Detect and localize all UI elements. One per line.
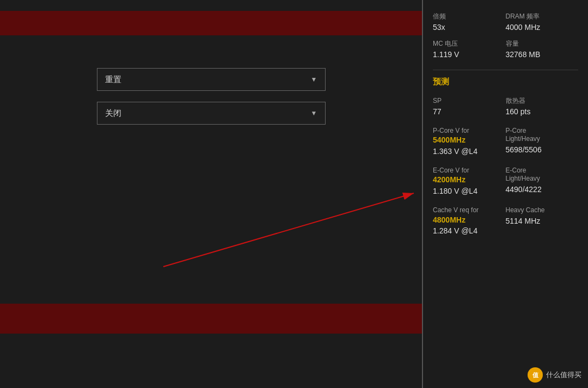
cache-v-cell: Cache V req for 4800MHz 1.284 V @L4 — [433, 204, 506, 241]
pcore-lh-cell: P-CoreLight/Heavy 5698/5506 — [506, 125, 579, 161]
dram-freq-cell: DRAM 频率 4000 MHz — [506, 10, 579, 37]
sp-value: 77 — [433, 107, 506, 116]
dram-freq-value: 4000 MHz — [506, 23, 579, 32]
cache-grid: Cache V req for 4800MHz 1.284 V @L4 Heav… — [433, 204, 578, 241]
reset-dropdown-label: 重置 — [105, 75, 121, 85]
cache-v-label: Cache V req for 4800MHz — [433, 206, 506, 225]
ecore-lh-value: 4490/4222 — [506, 185, 579, 194]
cache-v-value: 1.284 V @L4 — [433, 226, 506, 235]
dropdown-wrapper: 重置 ▼ 关闭 ▼ — [97, 68, 326, 125]
reset-dropdown[interactable]: 重置 ▼ — [97, 68, 326, 91]
pcore-v-label: P-Core V for 5400MHz — [433, 127, 506, 145]
pcore-v-freq: 5400MHz — [433, 136, 465, 144]
mc-voltage-label: MC 电压 — [433, 39, 506, 48]
basic-info-grid: 倍频 53x DRAM 频率 4000 MHz MC 电压 1.119 V 容量… — [433, 10, 578, 64]
section-divider — [433, 70, 578, 70]
svg-line-1 — [163, 193, 414, 267]
mc-voltage-value: 1.119 V — [433, 50, 506, 59]
left-panel: 重置 ▼ 关闭 ▼ — [0, 0, 422, 388]
cooler-label: 散热器 — [506, 97, 579, 106]
ecore-lh-cell: E-CoreLight/Heavy 4490/4222 — [506, 164, 579, 201]
sp-label: SP — [433, 97, 506, 106]
ecore-v-freq: 4200MHz — [433, 175, 465, 184]
cooler-cell: 散热器 160 pts — [506, 95, 579, 121]
multiplier-value: 53x — [433, 23, 506, 32]
multiplier-cell: 倍频 53x — [433, 10, 506, 37]
cache-v-freq: 4800MHz — [433, 215, 465, 224]
ecore-v-value: 1.180 V @L4 — [433, 187, 506, 195]
pcore-v-value: 1.363 V @L4 — [433, 147, 506, 156]
top-bar — [0, 11, 422, 35]
capacity-cell: 容量 32768 MB — [506, 37, 579, 64]
watermark: 值 什么值得买 — [528, 367, 581, 383]
close-dropdown-arrow: ▼ — [311, 109, 317, 117]
pcore-grid: P-Core V for 5400MHz 1.363 V @L4 P-CoreL… — [433, 125, 578, 161]
predict-section-title: 预测 — [433, 77, 578, 87]
capacity-label: 容量 — [506, 39, 579, 48]
dram-freq-label: DRAM 频率 — [506, 12, 579, 21]
ecore-grid: E-Core V for 4200MHz 1.180 V @L4 E-CoreL… — [433, 164, 578, 201]
mc-voltage-cell: MC 电压 1.119 V — [433, 37, 506, 64]
watermark-badge: 值 — [528, 367, 543, 383]
close-dropdown[interactable]: 关闭 ▼ — [97, 102, 326, 125]
ecore-v-label: E-Core V for 4200MHz — [433, 167, 506, 185]
ecore-lh-label: E-CoreLight/Heavy — [506, 167, 579, 183]
multiplier-label: 倍频 — [433, 12, 506, 21]
heavy-cache-cell: Heavy Cache 5114 MHz — [506, 204, 579, 241]
pcore-v-cell: P-Core V for 5400MHz 1.363 V @L4 — [433, 125, 506, 161]
right-panel: 倍频 53x DRAM 频率 4000 MHz MC 电压 1.119 V 容量… — [423, 0, 588, 388]
ecore-v-cell: E-Core V for 4200MHz 1.180 V @L4 — [433, 164, 506, 201]
heavy-cache-label: Heavy Cache — [506, 206, 579, 215]
heavy-cache-value: 5114 MHz — [506, 217, 579, 225]
close-dropdown-label: 关闭 — [105, 108, 121, 119]
watermark-text: 什么值得买 — [546, 370, 581, 380]
pcore-lh-value: 5698/5506 — [506, 145, 579, 154]
reset-dropdown-arrow: ▼ — [311, 76, 317, 83]
bottom-bar — [0, 304, 422, 334]
pcore-lh-label: P-CoreLight/Heavy — [506, 127, 579, 144]
sp-cooler-grid: SP 77 散热器 160 pts — [433, 95, 578, 121]
cooler-value: 160 pts — [506, 107, 579, 116]
sp-cell: SP 77 — [433, 95, 506, 121]
capacity-value: 32768 MB — [506, 50, 579, 59]
